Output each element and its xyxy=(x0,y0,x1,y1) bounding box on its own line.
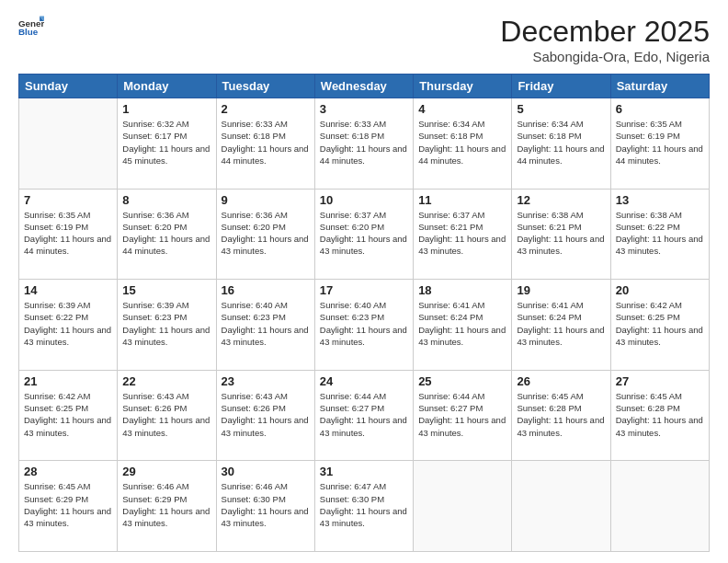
weekday-header-friday: Friday xyxy=(512,75,610,98)
day-number: 24 xyxy=(320,374,408,388)
day-number: 21 xyxy=(24,374,112,388)
logo: General Blue xyxy=(18,15,44,40)
calendar-cell xyxy=(610,461,709,552)
day-info: Sunrise: 6:45 AMSunset: 6:28 PMDaylight:… xyxy=(517,390,605,439)
weekday-header-tuesday: Tuesday xyxy=(216,75,314,98)
calendar-cell: 29Sunrise: 6:46 AMSunset: 6:29 PMDayligh… xyxy=(118,461,216,552)
day-number: 18 xyxy=(418,283,506,297)
calendar-cell: 28Sunrise: 6:45 AMSunset: 6:29 PMDayligh… xyxy=(19,461,118,552)
calendar-cell: 19Sunrise: 6:41 AMSunset: 6:24 PMDayligh… xyxy=(512,280,610,371)
day-number: 26 xyxy=(517,374,605,388)
calendar-cell: 14Sunrise: 6:39 AMSunset: 6:22 PMDayligh… xyxy=(19,280,118,371)
day-number: 19 xyxy=(517,283,605,297)
day-info: Sunrise: 6:35 AMSunset: 6:19 PMDaylight:… xyxy=(616,118,704,167)
day-info: Sunrise: 6:37 AMSunset: 6:21 PMDaylight:… xyxy=(418,209,506,258)
location: Sabongida-Ora, Edo, Nigeria xyxy=(500,49,710,64)
day-number: 6 xyxy=(616,102,704,116)
day-info: Sunrise: 6:43 AMSunset: 6:26 PMDaylight:… xyxy=(122,390,210,439)
weekday-header-thursday: Thursday xyxy=(414,75,512,98)
day-info: Sunrise: 6:36 AMSunset: 6:20 PMDaylight:… xyxy=(222,209,310,258)
calendar-cell xyxy=(19,98,118,190)
calendar-cell: 5Sunrise: 6:34 AMSunset: 6:18 PMDaylight… xyxy=(512,98,610,190)
day-number: 29 xyxy=(122,465,210,478)
day-number: 5 xyxy=(517,102,605,116)
day-info: Sunrise: 6:38 AMSunset: 6:22 PMDaylight:… xyxy=(616,209,704,258)
day-info: Sunrise: 6:40 AMSunset: 6:23 PMDaylight:… xyxy=(320,299,408,348)
day-number: 2 xyxy=(222,102,310,116)
day-number: 25 xyxy=(418,374,506,388)
day-info: Sunrise: 6:38 AMSunset: 6:21 PMDaylight:… xyxy=(517,209,605,258)
calendar-cell: 3Sunrise: 6:33 AMSunset: 6:18 PMDaylight… xyxy=(314,98,413,190)
weekday-header-wednesday: Wednesday xyxy=(314,75,413,98)
weekday-header-sunday: Sunday xyxy=(19,75,118,98)
day-info: Sunrise: 6:46 AMSunset: 6:29 PMDaylight:… xyxy=(122,480,210,529)
day-info: Sunrise: 6:33 AMSunset: 6:18 PMDaylight:… xyxy=(320,118,408,167)
day-info: Sunrise: 6:44 AMSunset: 6:27 PMDaylight:… xyxy=(418,390,506,439)
day-info: Sunrise: 6:42 AMSunset: 6:25 PMDaylight:… xyxy=(24,390,112,439)
day-info: Sunrise: 6:35 AMSunset: 6:19 PMDaylight:… xyxy=(24,209,112,258)
calendar-cell: 1Sunrise: 6:32 AMSunset: 6:17 PMDaylight… xyxy=(118,98,216,190)
calendar-cell: 10Sunrise: 6:37 AMSunset: 6:20 PMDayligh… xyxy=(314,189,413,280)
day-number: 14 xyxy=(24,283,112,297)
calendar-cell: 7Sunrise: 6:35 AMSunset: 6:19 PMDaylight… xyxy=(19,189,118,280)
calendar-cell: 22Sunrise: 6:43 AMSunset: 6:26 PMDayligh… xyxy=(118,370,216,461)
day-info: Sunrise: 6:41 AMSunset: 6:24 PMDaylight:… xyxy=(517,299,605,348)
calendar-cell: 15Sunrise: 6:39 AMSunset: 6:23 PMDayligh… xyxy=(118,280,216,371)
day-number: 31 xyxy=(320,465,408,478)
day-info: Sunrise: 6:36 AMSunset: 6:20 PMDaylight:… xyxy=(122,209,210,258)
day-info: Sunrise: 6:41 AMSunset: 6:24 PMDaylight:… xyxy=(418,299,506,348)
day-info: Sunrise: 6:45 AMSunset: 6:28 PMDaylight:… xyxy=(616,390,704,439)
day-info: Sunrise: 6:44 AMSunset: 6:27 PMDaylight:… xyxy=(320,390,408,439)
day-number: 17 xyxy=(320,283,408,297)
day-info: Sunrise: 6:39 AMSunset: 6:23 PMDaylight:… xyxy=(122,299,210,348)
calendar-cell: 17Sunrise: 6:40 AMSunset: 6:23 PMDayligh… xyxy=(314,280,413,371)
day-number: 15 xyxy=(122,283,210,297)
calendar-cell: 12Sunrise: 6:38 AMSunset: 6:21 PMDayligh… xyxy=(512,189,610,280)
day-info: Sunrise: 6:46 AMSunset: 6:30 PMDaylight:… xyxy=(222,480,310,529)
calendar-cell: 26Sunrise: 6:45 AMSunset: 6:28 PMDayligh… xyxy=(512,370,610,461)
calendar-cell: 6Sunrise: 6:35 AMSunset: 6:19 PMDaylight… xyxy=(610,98,709,190)
day-info: Sunrise: 6:32 AMSunset: 6:17 PMDaylight:… xyxy=(122,118,210,167)
day-number: 27 xyxy=(616,374,704,388)
calendar-cell: 20Sunrise: 6:42 AMSunset: 6:25 PMDayligh… xyxy=(610,280,709,371)
day-info: Sunrise: 6:42 AMSunset: 6:25 PMDaylight:… xyxy=(616,299,704,348)
day-number: 12 xyxy=(517,193,605,207)
day-number: 28 xyxy=(24,465,112,478)
calendar-cell: 21Sunrise: 6:42 AMSunset: 6:25 PMDayligh… xyxy=(19,370,118,461)
day-number: 23 xyxy=(222,374,310,388)
day-number: 1 xyxy=(122,102,210,116)
generalblue-logo-icon: General Blue xyxy=(18,15,44,40)
day-number: 30 xyxy=(222,465,310,478)
day-info: Sunrise: 6:37 AMSunset: 6:20 PMDaylight:… xyxy=(320,209,408,258)
svg-text:Blue: Blue xyxy=(18,27,39,37)
day-number: 10 xyxy=(320,193,408,207)
calendar-cell: 31Sunrise: 6:47 AMSunset: 6:30 PMDayligh… xyxy=(314,461,413,552)
calendar-cell xyxy=(414,461,512,552)
calendar-cell: 23Sunrise: 6:43 AMSunset: 6:26 PMDayligh… xyxy=(216,370,314,461)
calendar-cell: 16Sunrise: 6:40 AMSunset: 6:23 PMDayligh… xyxy=(216,280,314,371)
day-number: 9 xyxy=(222,193,310,207)
day-info: Sunrise: 6:33 AMSunset: 6:18 PMDaylight:… xyxy=(222,118,310,167)
day-info: Sunrise: 6:45 AMSunset: 6:29 PMDaylight:… xyxy=(24,480,112,529)
calendar-table: SundayMondayTuesdayWednesdayThursdayFrid… xyxy=(18,74,710,552)
calendar-cell: 30Sunrise: 6:46 AMSunset: 6:30 PMDayligh… xyxy=(216,461,314,552)
calendar-cell: 18Sunrise: 6:41 AMSunset: 6:24 PMDayligh… xyxy=(414,280,512,371)
day-number: 22 xyxy=(122,374,210,388)
day-info: Sunrise: 6:34 AMSunset: 6:18 PMDaylight:… xyxy=(418,118,506,167)
calendar-cell: 9Sunrise: 6:36 AMSunset: 6:20 PMDaylight… xyxy=(216,189,314,280)
calendar-cell: 13Sunrise: 6:38 AMSunset: 6:22 PMDayligh… xyxy=(610,189,709,280)
calendar-cell: 4Sunrise: 6:34 AMSunset: 6:18 PMDaylight… xyxy=(414,98,512,190)
day-number: 8 xyxy=(122,193,210,207)
calendar-cell: 2Sunrise: 6:33 AMSunset: 6:18 PMDaylight… xyxy=(216,98,314,190)
month-title: December 2025 xyxy=(500,15,710,49)
calendar-cell: 27Sunrise: 6:45 AMSunset: 6:28 PMDayligh… xyxy=(610,370,709,461)
day-number: 11 xyxy=(418,193,506,207)
calendar-cell: 11Sunrise: 6:37 AMSunset: 6:21 PMDayligh… xyxy=(414,189,512,280)
day-info: Sunrise: 6:43 AMSunset: 6:26 PMDaylight:… xyxy=(222,390,310,439)
day-number: 16 xyxy=(222,283,310,297)
calendar-cell xyxy=(512,461,610,552)
day-number: 20 xyxy=(616,283,704,297)
calendar-cell: 24Sunrise: 6:44 AMSunset: 6:27 PMDayligh… xyxy=(314,370,413,461)
calendar-cell: 8Sunrise: 6:36 AMSunset: 6:20 PMDaylight… xyxy=(118,189,216,280)
day-info: Sunrise: 6:34 AMSunset: 6:18 PMDaylight:… xyxy=(517,118,605,167)
